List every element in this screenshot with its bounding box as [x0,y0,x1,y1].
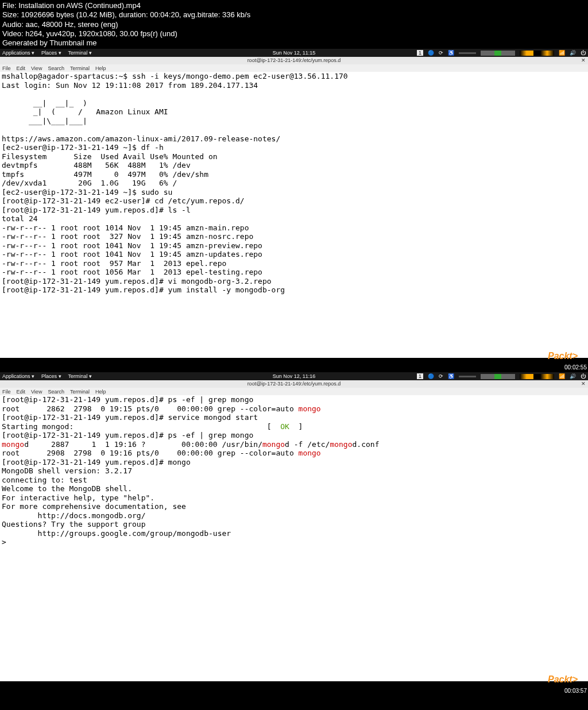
workspace-indicator[interactable]: 1 [417,50,423,56]
power-icon[interactable]: ⏻ [581,373,586,379]
applications-menu[interactable]: Applications ▾ [2,50,34,56]
menu-file[interactable]: File [2,389,11,395]
window-title-bar: root@ip-172-31-21-149:/etc/yum.repos.d ✕ [0,57,588,64]
gnome-top-bar: Applications ▾ Places ▾ Terminal ▾ Sun N… [0,49,588,57]
file-video-line: Video: h264, yuv420p, 1920x1080, 30.00 f… [2,29,586,38]
network-icon[interactable]: 📶 [559,50,565,56]
terminal-menu-bar: File Edit View Search Terminal Help [0,388,588,395]
file-size-line: Size: 10926696 bytes (10.42 MiB), durati… [2,10,586,20]
volume-icon[interactable]: 🔊 [570,50,576,56]
window-close-button[interactable]: ✕ [581,380,586,388]
terminal-menu[interactable]: Terminal ▾ [68,373,92,379]
screenshot-1: Applications ▾ Places ▾ Terminal ▾ Sun N… [0,49,588,371]
volume-icon[interactable]: 🔊 [570,373,576,379]
menu-terminal[interactable]: Terminal [70,389,90,395]
window-title: root@ip-172-31-21-149:/etc/yum.repos.d [247,57,341,63]
packt-logo: Packt> [548,351,578,361]
timestamp-1: 00:02:55 [564,364,587,371]
accessibility-icon[interactable]: ♿ [448,373,454,379]
updates-icon[interactable]: ⟳ [439,50,443,56]
file-generated-line: Generated by Thumbnail me [2,38,586,48]
menu-edit[interactable]: Edit [17,389,26,395]
file-name-line: File: Installation on AWS (Continued).mp… [2,1,586,10]
terminal-output-2[interactable]: [root@ip-172-31-21-149 yum.repos.d]# ps … [0,395,588,681]
clock[interactable]: Sun Nov 12, 11:15 [273,50,316,56]
cpu-graph [481,374,515,379]
activity-graph [520,374,554,379]
updates-icon[interactable]: ⟳ [439,373,443,379]
file-info-block: File: Installation on AWS (Continued).mp… [0,0,588,49]
cpu-graph [481,51,515,56]
places-menu[interactable]: Places ▾ [41,50,61,56]
terminal-menu[interactable]: Terminal ▾ [68,50,92,56]
menu-edit[interactable]: Edit [17,65,26,71]
packt-logo: Packt> [548,674,578,685]
bluetooth-icon[interactable]: 🔵 [428,50,434,56]
menu-terminal[interactable]: Terminal [70,65,90,71]
screenshot-2: Applications ▾ Places ▾ Terminal ▾ Sun N… [0,372,588,694]
window-close-button[interactable]: ✕ [581,57,586,64]
bluetooth-icon[interactable]: 🔵 [428,373,434,379]
menu-search[interactable]: Search [48,389,64,395]
menu-search[interactable]: Search [48,65,64,71]
menu-view[interactable]: View [31,389,42,395]
terminal-output-1[interactable]: mshallop@agador-spartacus:~$ ssh -i keys… [0,72,588,358]
places-menu[interactable]: Places ▾ [41,373,61,379]
gnome-top-bar: Applications ▾ Places ▾ Terminal ▾ Sun N… [0,372,588,380]
window-title: root@ip-172-31-21-149:/etc/yum.repos.d [247,381,341,387]
window-title-bar: root@ip-172-31-21-149:/etc/yum.repos.d ✕ [0,380,588,388]
menu-help[interactable]: Help [95,389,106,395]
menu-help[interactable]: Help [95,65,106,71]
menu-file[interactable]: File [2,65,11,71]
activity-graph [520,51,554,56]
accessibility-icon[interactable]: ♿ [448,50,454,56]
menu-view[interactable]: View [31,65,42,71]
file-audio-line: Audio: aac, 48000 Hz, stereo (eng) [2,20,586,29]
workspace-indicator[interactable]: 1 [417,373,423,379]
clock[interactable]: Sun Nov 12, 11:16 [273,373,316,379]
power-icon[interactable]: ⏻ [581,50,586,56]
terminal-menu-bar: File Edit View Search Terminal Help [0,64,588,72]
disk-indicator [459,376,476,377]
timestamp-2: 00:03:57 [564,688,587,694]
network-icon[interactable]: 📶 [559,373,565,379]
disk-indicator [459,52,476,54]
applications-menu[interactable]: Applications ▾ [2,373,34,379]
